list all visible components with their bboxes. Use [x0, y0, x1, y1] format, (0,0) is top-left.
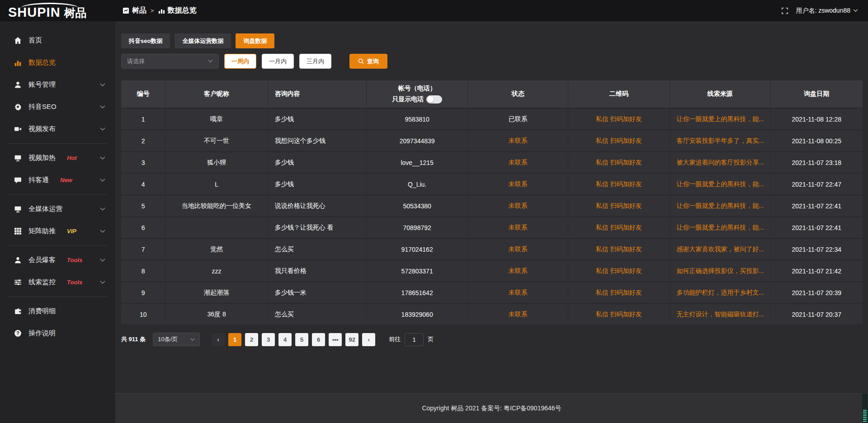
breadcrumb-item-current[interactable]: 数据总览: [158, 6, 197, 15]
cell-qrcode-link[interactable]: 私信 扫码加好友: [568, 152, 670, 174]
chevron-down-icon: [100, 207, 105, 211]
page-button-1[interactable]: 1: [228, 333, 241, 346]
cell-source-link[interactable]: 客厅安装投影半年多了，真实...: [670, 131, 771, 152]
sidebar-item-会员爆客[interactable]: 会员爆客Tools: [0, 249, 115, 271]
breadcrumb-label: 数据总览: [168, 6, 197, 15]
tab-询盘数据[interactable]: 询盘数据: [236, 33, 274, 48]
sidebar-item-账号管理[interactable]: 账号管理: [0, 74, 115, 96]
tab-全媒体运营数据[interactable]: 全媒体运营数据: [175, 33, 231, 48]
col-status: 状态: [468, 80, 568, 109]
select-placeholder: 请选择: [127, 57, 145, 66]
cell-content: 多少钱: [268, 152, 367, 174]
sidebar-item-首页[interactable]: 首页: [0, 29, 115, 52]
cell-date: 2021-11-07 21:42: [771, 261, 863, 282]
cell-date: 2021-11-08 00:25: [771, 131, 863, 152]
tab-抖音seo数据[interactable]: 抖音seo数据: [121, 33, 170, 48]
cell-content: 多少钱？让我死心 看: [268, 217, 367, 239]
page-button-3[interactable]: 3: [262, 333, 275, 346]
logo-arc: [21, 3, 79, 8]
cell-account: 70898792: [367, 217, 468, 239]
cell-account: Q_Liu.: [367, 174, 468, 196]
search-icon: [358, 58, 364, 64]
sidebar-item-消费明细[interactable]: 消费明细: [0, 300, 115, 322]
account-header-title: 帐号（电话）: [367, 85, 468, 93]
sidebar-item-label: 操作说明: [28, 329, 56, 338]
sidebar-item-全媒体运营[interactable]: 全媒体运营: [0, 198, 115, 220]
sidebar-item-线索监控[interactable]: 线索监控Tools: [0, 271, 115, 293]
cell-nickname: 不可一世: [165, 131, 268, 152]
cell-content: 怎么买: [268, 304, 367, 326]
search-button[interactable]: 查询: [349, 54, 387, 69]
cell-qrcode-link[interactable]: 私信 扫码加好友: [568, 304, 670, 326]
sidebar-item-视频加热[interactable]: 视频加热Hot: [0, 147, 115, 169]
chevron-down-icon: [100, 230, 105, 233]
bar-chart-icon: [158, 7, 165, 14]
cell-source-link[interactable]: 多功能护栏灯，适用于乡村文...: [670, 282, 771, 304]
sidebar-badge-new: New: [60, 177, 72, 183]
page-button-4[interactable]: 4: [278, 333, 292, 346]
cell-status: 未联系: [468, 196, 568, 217]
sidebar-item-抖客通[interactable]: 抖客通New: [0, 169, 115, 191]
perf-bars: [863, 409, 867, 422]
cell-account: 9583810: [367, 109, 468, 131]
sidebar-divider: [8, 245, 107, 246]
cell-source-link[interactable]: 让你一眼就爱上的黑科技，能...: [670, 196, 771, 217]
goto-page-input[interactable]: [405, 333, 424, 346]
user-menu[interactable]: 用户名: zswodun88: [796, 7, 858, 15]
cell-source-link[interactable]: 感谢大家喜欢我家，被问了好...: [670, 239, 771, 261]
next-page-button[interactable]: ›: [362, 333, 375, 346]
table-row: 7觉然怎么买917024162未联系私信 扫码加好友感谢大家喜欢我家，被问了好.…: [121, 239, 863, 261]
data-tabs: 抖音seo数据全媒体运营数据询盘数据: [121, 33, 863, 48]
page-button-5[interactable]: 5: [295, 333, 308, 346]
cell-no: 6: [121, 217, 165, 239]
sliders-icon: [14, 278, 22, 286]
chat-icon: [14, 176, 22, 184]
page-size-select[interactable]: 10条/页: [153, 333, 200, 346]
page-button-6[interactable]: 6: [312, 333, 325, 346]
cell-qrcode-link[interactable]: 私信 扫码加好友: [568, 131, 670, 152]
phone-toggle-label: 只显示电话: [392, 95, 424, 103]
cell-source-link[interactable]: 让你一眼就爱上的黑科技，能...: [670, 174, 771, 196]
col-source: 线索来源: [670, 80, 771, 109]
page-button-•••[interactable]: •••: [329, 333, 342, 346]
cell-source-link[interactable]: 让你一眼就爱上的黑科技，能...: [670, 217, 771, 239]
range-button-一周内[interactable]: 一周内: [224, 54, 256, 69]
sidebar-item-数据总览[interactable]: 数据总览: [0, 52, 115, 74]
svg-text:?: ?: [16, 330, 19, 336]
cell-qrcode-link[interactable]: 私信 扫码加好友: [568, 196, 670, 217]
cell-qrcode-link[interactable]: 私信 扫码加好友: [568, 261, 670, 282]
page-button-2[interactable]: 2: [245, 333, 258, 346]
cell-qrcode-link[interactable]: 私信 扫码加好友: [568, 282, 670, 304]
sidebar-item-抖音SEO[interactable]: 抖音SEO: [0, 96, 115, 118]
cell-qrcode-link[interactable]: 私信 扫码加好友: [568, 174, 670, 196]
cell-source-link[interactable]: 让你一眼就爱上的黑科技，能...: [670, 109, 771, 131]
performance-widget: [862, 393, 868, 423]
topbar-right: 用户名: zswodun88: [781, 7, 868, 15]
cell-source-link[interactable]: 如何正确选择投影仪，买投影...: [670, 261, 771, 282]
cell-status: 未联系: [468, 131, 568, 152]
sidebar-item-操作说明[interactable]: ?操作说明: [0, 322, 115, 344]
sidebar-item-label: 全媒体运营: [28, 205, 62, 213]
cell-date: 2021-11-07 23:18: [771, 152, 863, 174]
breadcrumb-item-home[interactable]: 树品: [123, 6, 146, 15]
account-select[interactable]: 请选择: [121, 54, 219, 69]
range-button-一月内[interactable]: 一月内: [262, 54, 294, 69]
cell-qrcode-link[interactable]: 私信 扫码加好友: [568, 239, 670, 261]
page-button-92[interactable]: 92: [345, 333, 359, 346]
cell-nickname: L: [165, 174, 268, 196]
prev-page-button[interactable]: ‹: [212, 333, 225, 346]
table-row: 1哦章多少钱9583810已联系私信 扫码加好友让你一眼就爱上的黑科技，能...…: [121, 109, 863, 131]
fullscreen-icon[interactable]: [781, 7, 788, 14]
phone-only-toggle[interactable]: [426, 95, 442, 103]
cell-nickname: 潮起潮落: [165, 282, 268, 304]
cell-source-link[interactable]: 被大家追着问的客厅投影分享...: [670, 152, 771, 174]
range-button-三月内[interactable]: 三月内: [299, 54, 331, 69]
cell-qrcode-link[interactable]: 私信 扫码加好友: [568, 217, 670, 239]
sidebar-item-矩阵助推[interactable]: 矩阵助推VIP: [0, 220, 115, 242]
sidebar-item-视频发布[interactable]: 视频发布: [0, 118, 115, 140]
cell-qrcode-link[interactable]: 私信 扫码加好友: [568, 109, 670, 131]
cell-source-link[interactable]: 无主灯设计，智能磁吸轨道灯...: [670, 304, 771, 326]
cell-date: 2021-11-07 22:47: [771, 174, 863, 196]
table-row: 6多少钱？让我死心 看70898792未联系私信 扫码加好友让你一眼就爱上的黑科…: [121, 217, 863, 239]
user-icon: [14, 81, 22, 89]
